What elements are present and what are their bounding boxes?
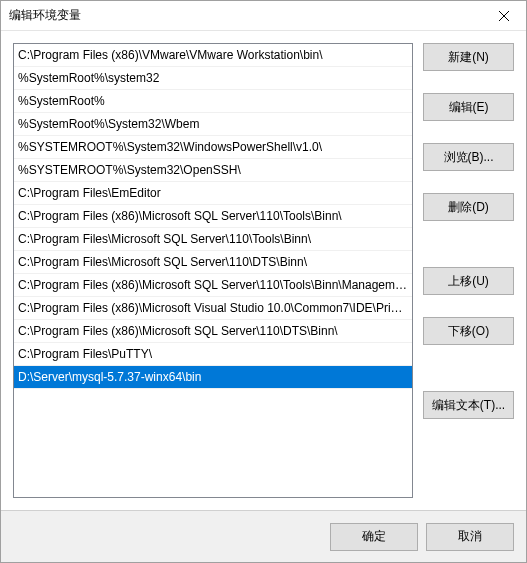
list-item[interactable]: C:\Program Files (x86)\Microsoft SQL Ser… bbox=[14, 320, 412, 343]
list-item[interactable]: %SystemRoot%\System32\Wbem bbox=[14, 113, 412, 136]
edit-text-button[interactable]: 编辑文本(T)... bbox=[423, 391, 514, 419]
window-title: 编辑环境变量 bbox=[9, 7, 81, 24]
list-item[interactable]: D:\Server\mysql-5.7.37-winx64\bin bbox=[14, 366, 412, 389]
list-item[interactable]: %SYSTEMROOT%\System32\WindowsPowerShell\… bbox=[14, 136, 412, 159]
close-icon bbox=[499, 11, 509, 21]
path-listbox[interactable]: C:\Program Files (x86)\VMware\VMware Wor… bbox=[13, 43, 413, 498]
list-item[interactable]: %SystemRoot%\system32 bbox=[14, 67, 412, 90]
dialog-window: 编辑环境变量 C:\Program Files (x86)\VMware\VMw… bbox=[0, 0, 527, 563]
close-button[interactable] bbox=[481, 1, 526, 30]
list-item[interactable]: C:\Program Files\PuTTY\ bbox=[14, 343, 412, 366]
list-item[interactable]: C:\Program Files\Microsoft SQL Server\11… bbox=[14, 251, 412, 274]
side-button-panel: 新建(N) 编辑(E) 浏览(B)... 删除(D) 上移(U) 下移(O) 编… bbox=[423, 43, 514, 498]
edit-button[interactable]: 编辑(E) bbox=[423, 93, 514, 121]
dialog-content: C:\Program Files (x86)\VMware\VMware Wor… bbox=[1, 31, 526, 510]
new-button[interactable]: 新建(N) bbox=[423, 43, 514, 71]
cancel-button[interactable]: 取消 bbox=[426, 523, 514, 551]
list-item[interactable]: %SystemRoot% bbox=[14, 90, 412, 113]
list-item[interactable]: C:\Program Files (x86)\Microsoft SQL Ser… bbox=[14, 205, 412, 228]
move-down-button[interactable]: 下移(O) bbox=[423, 317, 514, 345]
browse-button[interactable]: 浏览(B)... bbox=[423, 143, 514, 171]
list-item[interactable]: C:\Program Files (x86)\Microsoft Visual … bbox=[14, 297, 412, 320]
ok-button[interactable]: 确定 bbox=[330, 523, 418, 551]
delete-button[interactable]: 删除(D) bbox=[423, 193, 514, 221]
list-item[interactable]: C:\Program Files\Microsoft SQL Server\11… bbox=[14, 228, 412, 251]
move-up-button[interactable]: 上移(U) bbox=[423, 267, 514, 295]
list-item[interactable]: %SYSTEMROOT%\System32\OpenSSH\ bbox=[14, 159, 412, 182]
list-item[interactable]: C:\Program Files (x86)\VMware\VMware Wor… bbox=[14, 44, 412, 67]
list-item[interactable]: C:\Program Files (x86)\Microsoft SQL Ser… bbox=[14, 274, 412, 297]
dialog-footer: 确定 取消 bbox=[1, 510, 526, 562]
titlebar: 编辑环境变量 bbox=[1, 1, 526, 31]
list-item[interactable]: C:\Program Files\EmEditor bbox=[14, 182, 412, 205]
